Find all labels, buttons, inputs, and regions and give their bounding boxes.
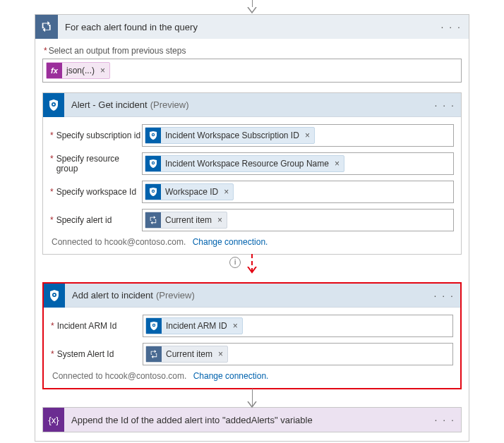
add-alert-preview: (Preview) xyxy=(156,290,195,301)
svg-point-0 xyxy=(52,102,56,107)
arrow-to-append xyxy=(42,389,462,407)
svg-point-2 xyxy=(152,133,155,136)
svg-point-5 xyxy=(152,162,154,164)
foreach-prev-step-input[interactable]: fx json(...) × xyxy=(42,59,462,83)
token-remove-icon[interactable]: × xyxy=(222,187,233,197)
add-alert-connection: Connected to hcook@contoso.com. Change c… xyxy=(52,371,453,381)
field-label-alert-id: *Specify alert id xyxy=(50,215,142,225)
svg-point-8 xyxy=(52,293,56,297)
add-alert-header[interactable]: Add alert to incident (Preview) · · · xyxy=(44,284,460,308)
token-workspace-id[interactable]: Workspace ID × xyxy=(145,183,234,200)
field-input-workspace[interactable]: Workspace ID × xyxy=(142,181,454,203)
svg-point-7 xyxy=(152,190,154,192)
token-remove-icon[interactable]: × xyxy=(216,215,227,225)
get-incident-connection: Connected to hcook@contoso.com. Change c… xyxy=(52,237,454,247)
field-label-workspace: *Specify workspace Id xyxy=(50,187,142,197)
add-alert-title: Add alert to incident xyxy=(72,290,153,301)
append-variable-card: {x} Append the Id of the added alert int… xyxy=(42,407,462,432)
field-input-resource-group[interactable]: Incident Workspace Resource Group Name × xyxy=(142,152,454,175)
foreach-menu[interactable]: · · · xyxy=(441,21,462,32)
get-incident-preview: (Preview) xyxy=(150,99,189,110)
token-subscription-id[interactable]: Incident Workspace Subscription ID × xyxy=(145,127,315,144)
info-icon[interactable]: i xyxy=(229,257,241,268)
svg-point-3 xyxy=(152,134,154,135)
change-connection-link[interactable]: Change connection. xyxy=(193,371,269,381)
foreach-icon xyxy=(145,212,161,228)
sentinel-icon xyxy=(145,156,161,171)
svg-point-11 xyxy=(153,324,155,326)
token-remove-icon[interactable]: × xyxy=(333,159,344,169)
field-label-subscription: *Specify subscription id xyxy=(50,131,142,140)
get-incident-header[interactable]: Alert - Get incident (Preview) · · · xyxy=(43,93,461,117)
foreach-title: For each alert found in the query xyxy=(65,22,441,32)
add-alert-card: Add alert to incident (Preview) · · · *I… xyxy=(42,282,462,389)
get-incident-menu[interactable]: · · · xyxy=(435,99,455,111)
field-input-incident-arm-id[interactable]: Incident ARM ID × xyxy=(143,315,453,337)
token-resource-group[interactable]: Incident Workspace Resource Group Name × xyxy=(145,155,344,172)
field-label-incident-arm-id: *Incident ARM Id xyxy=(51,321,143,331)
svg-point-4 xyxy=(152,162,155,164)
add-alert-menu[interactable]: · · · xyxy=(434,290,455,301)
field-input-alert-id[interactable]: Current item × xyxy=(142,209,454,231)
append-variable-title: Append the Id of the added alert into "a… xyxy=(71,415,435,425)
append-variable-menu[interactable]: · · · xyxy=(435,414,455,425)
field-label-resource-group: *Specify resource group xyxy=(50,154,142,174)
svg-point-6 xyxy=(152,190,155,193)
token-remove-icon[interactable]: × xyxy=(217,349,227,359)
token-incident-arm-id[interactable]: Incident ARM ID × xyxy=(145,317,243,334)
svg-point-1 xyxy=(53,103,55,105)
field-input-system-alert-id[interactable]: Current item × xyxy=(143,343,453,365)
token-remove-icon[interactable]: × xyxy=(99,66,109,75)
token-json-expression[interactable]: fx json(...) × xyxy=(46,62,110,79)
foreach-card: For each alert found in the query · · · … xyxy=(35,14,469,442)
token-current-item[interactable]: Current item × xyxy=(145,212,227,229)
svg-point-10 xyxy=(152,324,155,327)
append-variable-header[interactable]: {x} Append the Id of the added alert int… xyxy=(43,408,461,432)
token-current-item[interactable]: Current item × xyxy=(145,346,228,363)
change-connection-link[interactable]: Change connection. xyxy=(193,237,268,247)
sentinel-icon xyxy=(44,284,65,308)
get-incident-card: Alert - Get incident (Preview) · · · *Sp… xyxy=(42,92,462,255)
sentinel-icon xyxy=(145,184,161,200)
foreach-icon xyxy=(35,15,58,39)
get-incident-title: Alert - Get incident xyxy=(71,99,148,110)
foreach-icon xyxy=(146,346,162,362)
variable-icon: {x} xyxy=(43,408,64,432)
foreach-prev-step-label: *Select an output from previous steps xyxy=(44,46,462,56)
token-remove-icon[interactable]: × xyxy=(232,321,242,331)
field-label-system-alert-id: *System Alert Id xyxy=(51,349,143,359)
fx-icon: fx xyxy=(47,63,62,78)
svg-point-9 xyxy=(54,293,56,296)
sentinel-icon xyxy=(145,128,161,143)
arrow-to-add-alert: i xyxy=(42,254,462,272)
sentinel-icon xyxy=(146,318,162,334)
field-input-subscription[interactable]: Incident Workspace Subscription ID × xyxy=(142,124,454,147)
arrow-into-foreach xyxy=(247,0,257,14)
foreach-header[interactable]: For each alert found in the query · · · xyxy=(35,15,469,39)
token-remove-icon[interactable]: × xyxy=(304,131,314,140)
sentinel-icon xyxy=(43,93,64,117)
